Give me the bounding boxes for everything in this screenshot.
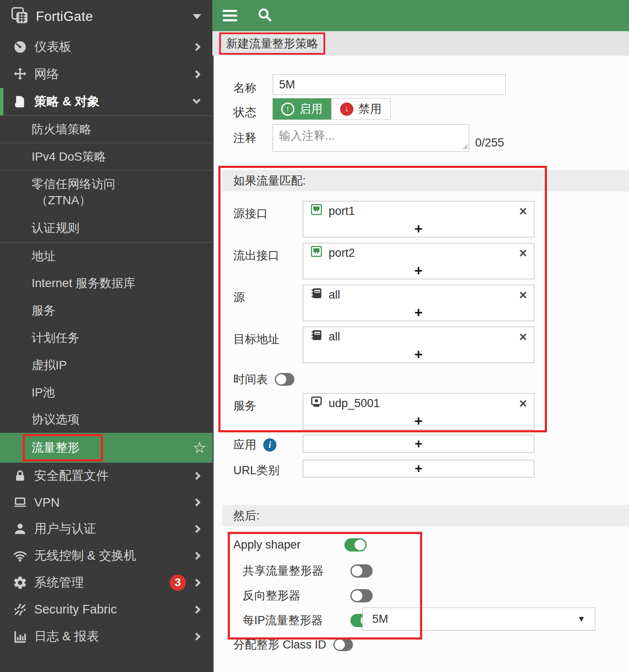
selected-entry[interactable]: port2 ×	[303, 244, 534, 262]
sidebar-item-users-auth[interactable]: 用户与认证	[0, 516, 212, 542]
sidebar-item-internet-service-db[interactable]: Internet 服务数据库	[0, 270, 212, 297]
chevron-right-icon	[192, 552, 201, 560]
dropdown-caret-icon: ▼	[577, 614, 585, 624]
lock-icon	[9, 469, 31, 483]
apply-shaper-label: Apply shaper	[233, 538, 338, 552]
remove-entry-icon[interactable]: ×	[519, 288, 527, 302]
service-field: udp_5001 × +	[303, 393, 535, 430]
sidebar-item-auth-rules[interactable]: 认证规则	[0, 214, 212, 242]
page-title: 新建流量整形策略	[219, 32, 325, 55]
laptop-icon	[9, 495, 31, 510]
chevron-right-icon	[192, 578, 201, 587]
remove-entry-icon[interactable]: ×	[519, 330, 527, 343]
add-entry-button[interactable]: +	[303, 413, 534, 429]
sidebar-item-services[interactable]: 服务	[0, 297, 212, 324]
add-entry-button[interactable]: +	[303, 304, 534, 320]
source-label: 源	[233, 290, 245, 305]
application-label: 应用	[233, 437, 256, 452]
sidebar-item-addresses[interactable]: 地址	[0, 242, 212, 270]
sidebar-item-network[interactable]: 网络	[0, 61, 212, 88]
status-enable-button[interactable]: ↑ 启用	[273, 98, 331, 120]
logo-caret-down-icon[interactable]	[193, 14, 201, 19]
reverse-shaper-label: 反向整形器	[243, 588, 344, 603]
sidebar-item-protocol-options[interactable]: 协议选项	[0, 406, 212, 433]
arrow-up-circle-icon: ↑	[281, 103, 294, 116]
sidebar-item-vpn[interactable]: VPN	[0, 489, 212, 516]
chevron-right-icon	[192, 632, 201, 641]
selected-entry[interactable]: all ×	[303, 285, 534, 304]
info-icon[interactable]: i	[263, 438, 276, 452]
per-ip-shaper-row: 每IP流量整形器	[243, 613, 373, 628]
comments-label: 注释	[233, 130, 256, 146]
chart-icon	[9, 629, 31, 644]
chevron-right-icon	[192, 605, 201, 614]
sidebar-item-system[interactable]: 系统管理 3	[0, 569, 212, 596]
service-icon	[310, 396, 323, 411]
apply-shaper-toggle[interactable]	[344, 538, 367, 552]
apply-shaper-row: Apply shaper	[233, 538, 367, 552]
source-interface-label: 源接口	[233, 206, 268, 221]
chevron-right-icon	[192, 472, 201, 480]
service-label: 服务	[233, 398, 256, 414]
per-ip-shaper-select[interactable]: 5M ▼	[362, 607, 595, 631]
document-icon	[9, 95, 31, 109]
sidebar-item-ipv4-dos-policy[interactable]: IPv4 DoS策略	[0, 143, 212, 170]
sidebar-item-traffic-shaping[interactable]: 流量整形 ☆	[0, 433, 212, 463]
sidebar-item-ztna[interactable]: 零信任网络访问 （ZTNA）	[0, 170, 212, 214]
fabric-icon	[9, 602, 31, 617]
reverse-shaper-toggle[interactable]	[350, 589, 373, 602]
schedule-toggle[interactable]	[275, 373, 294, 386]
chevron-right-icon	[192, 43, 201, 51]
url-category-add-field[interactable]: +	[303, 460, 535, 478]
shared-shaper-toggle[interactable]	[350, 564, 373, 578]
hamburger-menu-icon[interactable]	[223, 10, 237, 21]
notification-badge: 3	[170, 575, 186, 591]
sidebar: FortiGate 仪表板 网络 策略 & 对象 防火墙策略 IPv4 DoS策…	[0, 0, 212, 672]
schedule-label: 时间表	[233, 372, 268, 387]
add-entry-button[interactable]: +	[303, 220, 534, 237]
gauge-icon	[9, 40, 31, 54]
sidebar-item-wifi-switch[interactable]: 无线控制 & 交换机	[0, 542, 212, 569]
sidebar-item-policy-objects[interactable]: 策略 & 对象	[0, 88, 212, 115]
fortigate-logo-icon	[11, 7, 29, 26]
outgoing-interface-label: 流出接口	[233, 248, 279, 263]
selected-entry[interactable]: all ×	[303, 327, 534, 346]
remove-entry-icon[interactable]: ×	[519, 205, 527, 218]
chevron-right-icon	[192, 525, 201, 533]
remove-entry-icon[interactable]: ×	[519, 246, 527, 260]
shared-shaper-label: 共享流量整形器	[243, 563, 344, 578]
main-area: 新建流量整形策略 名称 状态 ↑ 启用 ↓ 禁用 注释 0/255 如果流量匹配…	[212, 0, 629, 672]
selected-entry[interactable]: udp_5001 ×	[303, 394, 534, 413]
sidebar-item-firewall-policy[interactable]: 防火墙策略	[0, 115, 212, 143]
add-entry-button[interactable]: +	[303, 262, 534, 279]
move-icon	[9, 67, 31, 82]
status-toggle-group: ↑ 启用 ↓ 禁用	[273, 98, 391, 120]
resize-handle-icon[interactable]	[461, 143, 468, 152]
form-content: 名称 状态 ↑ 启用 ↓ 禁用 注释 0/255 如果流量匹配: 源接口	[212, 56, 629, 672]
selected-entry[interactable]: port1 ×	[303, 202, 534, 220]
class-id-label: 分配整形 Class ID	[233, 637, 326, 652]
arrow-down-circle-icon: ↓	[340, 103, 353, 116]
sidebar-item-security-profiles[interactable]: 安全配置文件	[0, 463, 212, 489]
favorite-star-icon[interactable]: ☆	[193, 440, 206, 455]
sidebar-item-schedules[interactable]: 计划任务	[0, 324, 212, 352]
application-add-field[interactable]: +	[303, 435, 535, 453]
outgoing-interface-field: port2 × +	[303, 243, 535, 279]
sidebar-item-log-report[interactable]: 日志 & 报表	[0, 623, 212, 650]
sidebar-item-dashboard[interactable]: 仪表板	[0, 33, 212, 61]
logo-row[interactable]: FortiGate	[0, 0, 212, 33]
comments-textarea[interactable]	[273, 124, 469, 152]
class-id-toggle[interactable]	[333, 638, 353, 651]
comments-char-counter: 0/255	[475, 136, 504, 150]
remove-entry-icon[interactable]: ×	[519, 397, 527, 410]
search-icon[interactable]	[257, 7, 273, 25]
status-disable-button[interactable]: ↓ 禁用	[331, 98, 391, 120]
name-input[interactable]	[273, 74, 506, 95]
reverse-shaper-row: 反向整形器	[243, 588, 373, 603]
class-id-row: 分配整形 Class ID	[233, 637, 353, 652]
shared-shaper-row: 共享流量整形器	[243, 563, 373, 578]
add-entry-button[interactable]: +	[303, 346, 534, 362]
sidebar-item-security-fabric[interactable]: Security Fabric	[0, 596, 212, 623]
sidebar-item-virtual-ip[interactable]: 虚拟IP	[0, 352, 212, 379]
sidebar-item-ip-pool[interactable]: IP池	[0, 379, 212, 406]
